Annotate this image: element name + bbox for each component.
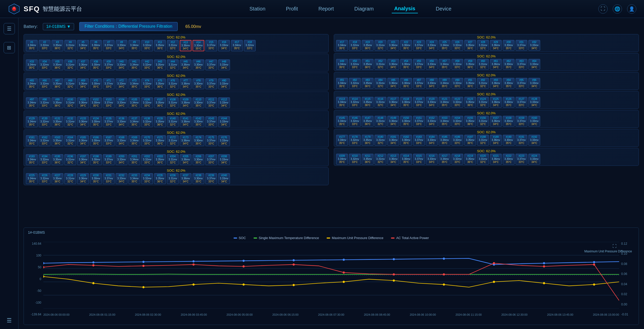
battery-cell[interactable]: #155 3.35mv 36°C <box>464 116 476 127</box>
battery-cell[interactable]: #16 3.33mv 34°C <box>218 40 230 51</box>
battery-cell[interactable]: #176 3.33mv 34°C <box>218 135 230 146</box>
battery-cell[interactable]: #32 3.33mv 34°C <box>528 40 540 51</box>
battery-cell[interactable]: #159 3.37mv 33°C <box>516 116 527 127</box>
battery-cell[interactable]: #94 3.30mv 35°C <box>503 78 515 89</box>
battery-cell[interactable]: #239 3.37mv 33°C <box>205 173 217 184</box>
battery-cell[interactable]: #67 3.35mv 36°C <box>52 78 63 89</box>
battery-cell[interactable]: #21 3.36mv 34°C <box>387 40 399 51</box>
battery-cell[interactable]: #42 3.32mv 33°C <box>141 59 153 70</box>
battery-cell[interactable]: #157 3.36mv 34°C <box>490 116 502 127</box>
battery-cell[interactable]: #116 3.31mv 32°C <box>375 97 386 108</box>
battery-cell[interactable]: #45 3.36mv 34°C <box>180 59 192 70</box>
battery-cell[interactable]: #129 3.34mv 35°C <box>26 116 38 127</box>
battery-cell[interactable]: #110 3.30mv 35°C <box>193 97 204 108</box>
battery-cell[interactable]: #217 3.34mv 35°C <box>439 154 450 164</box>
battery-cell[interactable]: #35 3.35mv 36°C <box>52 59 63 70</box>
nav-station[interactable]: Station <box>247 5 268 13</box>
battery-cell[interactable]: #68 3.31mv 32°C <box>64 78 76 89</box>
battery-cell[interactable]: #102 3.30mv 35°C <box>90 97 102 108</box>
battery-cell[interactable]: #191 3.37mv 33°C <box>516 135 527 146</box>
battery-cell[interactable]: #99 3.35mv 36°C <box>52 97 63 108</box>
battery-cell[interactable]: #168 3.33mv 34°C <box>116 135 127 146</box>
battery-cell[interactable]: #181 3.36mv 34°C <box>387 135 399 146</box>
battery-cell[interactable]: #74 3.32mv 33°C <box>141 78 153 89</box>
battery-cell[interactable]: #180 3.31mv 32°C <box>375 135 386 146</box>
battery-cell[interactable]: #33 3.34mv 35°C <box>26 59 38 70</box>
battery-cell[interactable]: #194 3.32mv 33°C <box>39 154 51 165</box>
battery-cell[interactable]: #77 3.36mv 34°C <box>180 78 192 89</box>
battery-cell[interactable]: #55 3.37mv 33°C <box>413 59 425 70</box>
battery-cell[interactable]: #66 3.32mv 33°C <box>39 78 51 89</box>
battery-cell[interactable]: #90 3.32mv 33°C <box>451 78 463 89</box>
battery-cell[interactable]: #120 3.33mv 34°C <box>426 97 438 108</box>
battery-cell[interactable]: #132 3.31mv 32°C <box>64 116 76 127</box>
battery-cell[interactable]: #220 3.31mv 32°C <box>477 154 489 164</box>
battery-cell[interactable]: #192 3.33mv 34°C <box>528 135 540 146</box>
battery-cell[interactable]: #186 3.32mv 33°C <box>451 135 463 146</box>
battery-cell[interactable]: #111 3.37mv 33°C <box>205 97 217 108</box>
battery-cell[interactable]: #232 3.33mv 34°C <box>116 173 127 184</box>
battery-cell[interactable]: #119 3.37mv 33°C <box>413 97 425 108</box>
battery-cell[interactable]: #148 3.31mv 32°C <box>375 116 386 127</box>
battery-cell[interactable]: #171 3.35mv 36°C <box>154 135 166 146</box>
battery-cell[interactable]: #188 3.31mv 32°C <box>477 135 489 146</box>
battery-cell[interactable]: #56 3.33mv 34°C <box>426 59 438 70</box>
battery-cell[interactable]: #108 3.31mv 32°C <box>167 97 179 108</box>
battery-cell[interactable]: #60 3.31mv 32°C <box>477 59 489 70</box>
battery-cell[interactable]: #139 3.35mv 36°C <box>154 116 166 127</box>
battery-cell[interactable]: #212 3.31mv 32°C <box>375 154 386 164</box>
nav-report[interactable]: Report <box>316 5 336 13</box>
battery-cell[interactable]: #54 3.30mv 35°C <box>400 59 412 70</box>
battery-cell[interactable]: #63 3.37mv 33°C <box>516 59 527 70</box>
battery-cell[interactable]: #79 3.37mv 33°C <box>205 78 217 89</box>
battery-cell[interactable]: #40 3.33mv 34°C <box>116 59 127 70</box>
battery-cell[interactable]: #152 3.33mv 34°C <box>426 116 438 127</box>
battery-cell[interactable]: #154 3.32mv 33°C <box>451 116 463 127</box>
battery-cell[interactable]: #165 3.36mv 34°C <box>77 135 89 146</box>
battery-cell[interactable]: #89 3.34mv 35°C <box>439 78 450 89</box>
battery-cell[interactable]: #172 3.31mv 32°C <box>167 135 179 146</box>
battery-cell[interactable]: #85 3.36mv 34°C <box>387 78 399 89</box>
battery-cell[interactable]: #126 3.30mv 35°C <box>503 97 515 108</box>
battery-cell[interactable]: #87 3.37mv 33°C <box>413 78 425 89</box>
battery-cell[interactable]: #158 3.30mv 35°C <box>503 116 515 127</box>
battery-cell[interactable]: #230 3.30mv 35°C <box>90 173 102 184</box>
battery-cell[interactable]: #88 3.33mv 34°C <box>426 78 438 89</box>
battery-cell[interactable]: #29 3.36mv 34°C <box>490 40 502 51</box>
battery-cell[interactable]: #214 3.30mv 35°C <box>400 154 412 164</box>
battery-cell[interactable]: #237 3.36mv 34°C <box>180 173 192 184</box>
battery-cell[interactable]: #234 3.32mv 33°C <box>141 173 153 184</box>
battery-cell[interactable]: #141 3.36mv 34°C <box>180 116 192 127</box>
battery-cell[interactable]: #177 3.34mv 35°C <box>336 135 348 146</box>
battery-cell[interactable]: #104 3.33mv 34°C <box>116 97 127 108</box>
battery-cell[interactable]: #2 3.32mv 33°C <box>39 40 51 51</box>
battery-cell[interactable]: #103 3.37mv 33°C <box>103 97 115 108</box>
battery-cell[interactable]: #162 3.32mv 33°C <box>39 135 51 146</box>
user-button[interactable]: 👤 <box>627 4 636 14</box>
battery-cell[interactable]: #22 3.30mv 35°C <box>400 40 412 51</box>
battery-cell[interactable]: #236 3.31mv 32°C <box>167 173 179 184</box>
battery-cell[interactable]: #121 3.34mv 35°C <box>439 97 450 108</box>
battery-cell[interactable]: #161 3.34mv 35°C <box>26 135 38 146</box>
battery-cell[interactable]: #19 3.35mv 36°C <box>362 40 374 51</box>
battery-cell[interactable]: #28 3.31mv 32°C <box>477 40 489 51</box>
chart-expand-button[interactable]: ⛶ <box>612 244 617 249</box>
battery-cell[interactable]: #238 3.30mv 35°C <box>193 173 204 184</box>
battery-cell[interactable]: #69 3.36mv 34°C <box>77 78 89 89</box>
sidebar-button-2[interactable]: ⊞ <box>4 42 15 53</box>
battery-cell[interactable]: #179 3.35mv 36°C <box>362 135 374 146</box>
battery-cell[interactable]: #133 3.36mv 34°C <box>77 116 89 127</box>
battery-cell[interactable]: #240 3.33mv 34°C <box>218 173 230 184</box>
battery-cell[interactable]: #64 3.33mv 34°C <box>528 59 540 70</box>
battery-cell[interactable]: #216 3.33mv 34°C <box>426 154 438 164</box>
battery-cell[interactable]: #82 3.32mv 33°C <box>349 78 361 89</box>
battery-cell[interactable]: #169 3.34mv 35°C <box>128 135 140 146</box>
battery-cell[interactable]: #127 3.37mv 33°C <box>516 97 527 108</box>
sidebar-button-1[interactable]: ☰ <box>4 23 15 34</box>
battery-cell[interactable]: #143 3.37mv 33°C <box>205 116 217 127</box>
battery-cell[interactable]: #9 3.34mv 35°C <box>128 40 140 51</box>
battery-cell[interactable]: #76 3.31mv 32°C <box>167 78 179 89</box>
battery-cell[interactable]: #208 3.33mv 34°C <box>218 154 230 165</box>
battery-cell[interactable]: #27 3.35mv 36°C <box>464 40 476 51</box>
battery-cell[interactable]: #122 3.32mv 33°C <box>451 97 463 108</box>
